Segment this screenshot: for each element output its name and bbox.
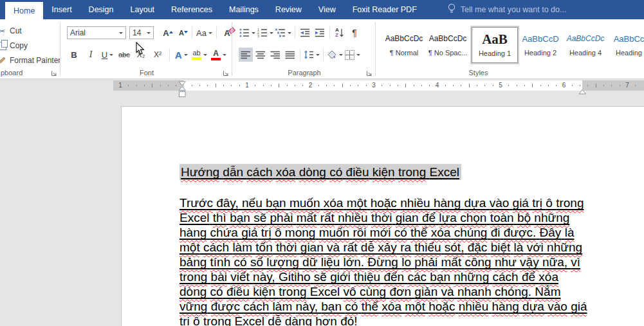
strikethrough-button[interactable]: abc (117, 48, 131, 62)
show-formatting-marks-button[interactable]: ¶ (347, 26, 362, 40)
tab-home[interactable]: Home (5, 2, 43, 19)
font-dialog-launcher-icon[interactable] (223, 69, 229, 76)
tab-foxit-reader-pdf[interactable]: Foxit Reader PDF (344, 0, 425, 19)
format-painter-button[interactable]: Format Painter (0, 54, 60, 67)
font-color-button[interactable]: A (210, 48, 227, 62)
document-word: trong (279, 285, 306, 298)
document-word: vào (490, 196, 510, 210)
document-line[interactable]: vững được cách làm này, bạn có thể xóa m… (179, 299, 587, 314)
style-heading[interactable]: AaBbCcHeading (611, 27, 644, 63)
document-line[interactable]: Excel thì bạn sẽ phải mất rất nhiều thời… (179, 210, 569, 225)
decrease-indent-icon (300, 28, 310, 37)
indent-markers[interactable] (178, 81, 187, 100)
text-highlight-button[interactable]: ab (191, 48, 208, 62)
justify-button[interactable] (283, 48, 297, 62)
tab-insert[interactable]: Insert (43, 0, 80, 19)
shrink-font-button[interactable]: A (174, 26, 189, 40)
increase-indent-button[interactable] (313, 26, 327, 40)
sort-button[interactable]: A Z (333, 26, 347, 40)
divider (216, 26, 217, 39)
strikethrough-icon: abc (118, 51, 130, 59)
document-line[interactable]: dòng có điều kiện trong Excel vô cùng đơ… (179, 284, 560, 299)
format-painter-label: Format Painter (10, 56, 60, 65)
style-heading-1[interactable]: AaBHeading 1 (472, 27, 518, 63)
tab-layout[interactable]: Layout (122, 0, 163, 19)
tab-view[interactable]: View (310, 0, 344, 19)
text-effects-button[interactable]: A (174, 48, 189, 62)
document-line[interactable]: hàng chứa giá trị ô mong muốn rồi mới có… (179, 225, 574, 240)
shading-button[interactable] (326, 48, 344, 62)
bold-icon: B (71, 50, 77, 60)
numbering-button[interactable]: 123 (257, 26, 274, 40)
cut-button[interactable]: ✂ Cut (0, 24, 22, 37)
tell-me-box[interactable]: Tell me what you want to do... (447, 0, 567, 19)
underline-button[interactable]: U (100, 48, 115, 62)
font-size-combobox[interactable]: 14 (129, 26, 154, 39)
document-line[interactable]: Trước đây, nếu bạn muốn xóa một hoặc nhi… (179, 195, 584, 210)
document-word: đi (491, 226, 501, 239)
tell-me-label: Tell me what you want to do... (461, 5, 567, 14)
ruler-tick (405, 84, 406, 87)
ruler-tick (216, 84, 216, 87)
document-word: phải (270, 211, 293, 224)
style--normal[interactable]: AaBbCcDc¶ Normal (384, 27, 424, 63)
shrink-font-icon: A (179, 29, 184, 37)
font-name-combobox[interactable]: Arial (67, 26, 126, 39)
document-word: để (422, 211, 436, 224)
font-group: Arial 14 A A Aa (62, 19, 232, 78)
chevron-down-icon (252, 32, 255, 34)
document-word: ô (275, 226, 282, 239)
document-word: lớn. (344, 255, 365, 269)
tab-design[interactable]: Design (80, 0, 122, 19)
change-case-button[interactable]: Aa (196, 26, 213, 40)
copy-button[interactable]: Copy (0, 39, 28, 52)
chevron-down-icon (356, 54, 360, 56)
ruler-tick (635, 85, 636, 86)
document-word: đặc (468, 240, 488, 254)
borders-button[interactable] (344, 48, 361, 62)
subscript-button[interactable]: X₂ (134, 48, 148, 62)
document-word: một (347, 196, 367, 210)
document-line[interactable]: trong bài viết này, Gitiho sẽ giới thiệu… (179, 269, 558, 284)
ruler-tick (144, 85, 145, 86)
grow-font-button[interactable]: A (159, 26, 173, 40)
multilevel-list-button[interactable] (275, 26, 292, 40)
style-heading-4[interactable]: AaBbCcDcHeading 4 (564, 27, 607, 63)
ruler-tick (334, 85, 335, 86)
ruler-tick (192, 85, 192, 86)
style-heading-2[interactable]: AaBbCcDHeading 2 (520, 27, 560, 63)
document-word: điều (226, 285, 250, 298)
decrease-indent-button[interactable] (298, 26, 312, 40)
superscript-button[interactable]: X² (151, 48, 165, 62)
copy-label: Copy (10, 41, 28, 50)
horizontal-ruler[interactable]: 11234567 (113, 80, 644, 91)
paragraph-dialog-launcher-icon[interactable] (366, 69, 373, 76)
document-line[interactable]: bảng tính có số lượng dữ liệu lớn. Đừng … (179, 255, 580, 269)
ruler-tick (279, 84, 279, 87)
document-line[interactable]: trị ô trong Excel dễ dàng hơn đó! (179, 314, 358, 326)
document-line[interactable]: một cách làm tốn thời gian và rất dễ xảy… (179, 240, 582, 255)
tab-references[interactable]: References (163, 0, 221, 19)
chevron-down-icon (270, 32, 273, 34)
style--no-spac-[interactable]: AaBbCcDc¶ No Spac... (427, 27, 469, 63)
bold-button[interactable]: B (67, 48, 81, 62)
line-spacing-button[interactable] (303, 48, 320, 62)
align-right-button[interactable] (268, 48, 282, 62)
subscript-icon: X₂ (137, 50, 145, 59)
align-left-button[interactable] (239, 48, 253, 62)
ruler-tick (358, 85, 358, 86)
ruler-tick (429, 85, 430, 86)
italic-button[interactable]: I (84, 48, 98, 62)
align-center-button[interactable] (253, 48, 268, 62)
tab-mailings[interactable]: Mailings (221, 0, 267, 19)
right-indent-marker[interactable] (578, 86, 587, 97)
clipboard-dialog-launcher-icon[interactable] (51, 69, 57, 76)
document-heading-line[interactable]: Hướng dẫn cách xóa dòng có điều kiện tro… (179, 165, 461, 179)
chevron-down-icon (203, 54, 207, 56)
bullets-button[interactable] (239, 26, 256, 40)
style-label: Heading 4 (569, 49, 602, 57)
style-label: Heading 1 (479, 50, 511, 57)
document-word: cách (246, 165, 272, 179)
document-page[interactable]: Hướng dẫn cách xóa dòng có điều kiện tro… (121, 106, 644, 326)
tab-review[interactable]: Review (267, 0, 310, 19)
